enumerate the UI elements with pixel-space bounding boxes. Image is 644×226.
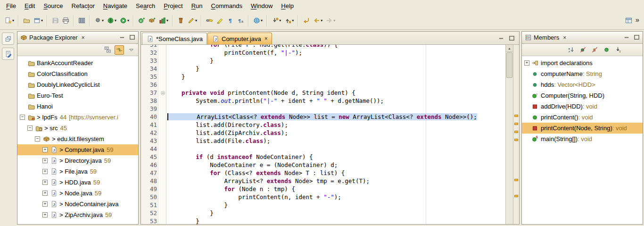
- code-line-50[interactable]: printContent(n, ident + "-");: [167, 193, 505, 201]
- new-window-button[interactable]: ▾: [32, 16, 44, 26]
- run-button[interactable]: ▾: [118, 16, 130, 26]
- toolbar-overflow-chevron[interactable]: »: [634, 16, 642, 25]
- expand-icon[interactable]: +: [42, 180, 48, 185]
- forward-button[interactable]: ▾: [324, 16, 336, 26]
- menu-run[interactable]: Run: [187, 1, 207, 11]
- member-printContent-Node-String-[interactable]: printContent(Node, String) : void: [522, 123, 643, 134]
- print-button[interactable]: [61, 16, 70, 26]
- collapse-fold-icon[interactable]: [159, 90, 165, 96]
- filter-menu-button[interactable]: s: [613, 45, 623, 55]
- tree-item-Hanoi[interactable]: Hanoi: [17, 101, 138, 112]
- annotation-marker[interactable]: [514, 131, 518, 133]
- restore-view-button[interactable]: [2, 33, 14, 45]
- code-line-41[interactable]: list.add(Directory.class);: [167, 121, 505, 129]
- tree-item-src[interactable]: −> src45: [17, 123, 138, 134]
- tree-item-edu-kit-filesystem[interactable]: −> edu.kit.filesystem: [17, 134, 138, 144]
- link-with-editor-toggle[interactable]: [115, 45, 124, 55]
- tree-item-HDD-java[interactable]: +J> HDD.java59: [17, 177, 138, 188]
- dropdown-chevron-icon[interactable]: ▾: [333, 18, 335, 23]
- menu-project[interactable]: Project: [159, 1, 187, 11]
- code-line-46[interactable]: NodeContainer e = (NodeContainer) d;: [167, 161, 505, 169]
- code-line-53[interactable]: }: [167, 217, 505, 224]
- code-line-32[interactable]: printContent(f, "|-");: [167, 49, 505, 57]
- menu-commands[interactable]: Commands: [207, 1, 247, 11]
- expand-icon[interactable]: +: [524, 60, 529, 66]
- browser-button[interactable]: ▾: [252, 16, 264, 26]
- code-line-44[interactable]: [167, 145, 505, 153]
- dropdown-chevron-icon[interactable]: ▾: [127, 18, 129, 23]
- dropdown-chevron-icon[interactable]: ▾: [279, 18, 281, 23]
- line-number-ruler[interactable]: 3132333435363738394041424344454647484950…: [141, 45, 159, 224]
- member-hdds[interactable]: hdds : Vector<HDD>: [522, 79, 643, 90]
- java-browsing-perspective-button[interactable]: [624, 16, 634, 26]
- code-line-40[interactable]: ArrayList<Class<? extends Node>> list = …: [167, 113, 505, 121]
- tree-item-ZipArchiv-java[interactable]: +J> ZipArchiv.java59: [17, 209, 138, 220]
- dropdown-chevron-icon[interactable]: ▾: [41, 18, 43, 23]
- code-line-51[interactable]: }: [167, 201, 505, 209]
- dropdown-chevron-icon[interactable]: ▾: [102, 18, 104, 23]
- annotation-marker[interactable]: [514, 179, 518, 181]
- editor-tab-SomeClassjava[interactable]: J*SomeClass.java: [142, 33, 207, 44]
- next-annotation-button[interactable]: ▾: [270, 16, 282, 26]
- dropdown-chevron-icon[interactable]: ▾: [261, 18, 263, 23]
- menu-search[interactable]: Search: [132, 1, 159, 11]
- tree-item-ColorClassification[interactable]: ColorClassification: [17, 68, 138, 79]
- tree-item-DoublyLinkedCyclicList[interactable]: DoublyLinkedCyclicList: [17, 79, 138, 90]
- annotation-marker[interactable]: [514, 195, 518, 197]
- show-annotations-button[interactable]: ¶a: [236, 16, 245, 26]
- tree-item-Euro-Test[interactable]: Euro-Test: [17, 90, 138, 101]
- member-import-declarations[interactable]: +import declarations: [522, 58, 643, 68]
- menu-edit[interactable]: Edit: [20, 1, 39, 11]
- code-viewport[interactable]: for (File f : hdd.get(File.class)) { pri…: [166, 45, 505, 224]
- sort-button[interactable]: az: [566, 45, 576, 55]
- menu-source[interactable]: Source: [39, 1, 67, 11]
- code-line-43[interactable]: list.add(File.class);: [167, 137, 505, 145]
- dropdown-chevron-icon[interactable]: ▾: [292, 18, 294, 23]
- tree-item-Computer-java[interactable]: +J> Computer.java59: [17, 144, 138, 155]
- hide-nonpublic-button[interactable]: [602, 45, 611, 55]
- expand-icon[interactable]: +: [42, 169, 48, 174]
- hide-fields-button[interactable]: [578, 45, 587, 55]
- expand-icon[interactable]: +: [42, 191, 48, 196]
- menu-file[interactable]: File: [2, 1, 20, 11]
- menu-help[interactable]: Help: [277, 1, 298, 11]
- code-line-52[interactable]: }: [167, 209, 505, 217]
- maximize-icon[interactable]: [508, 34, 515, 42]
- code-line-45[interactable]: if (d instanceof NodeContainer) {: [167, 153, 505, 161]
- code-line-36[interactable]: [167, 81, 505, 89]
- annotation-marker[interactable]: [514, 115, 518, 117]
- maximize-icon[interactable]: [633, 34, 640, 42]
- scrollbar-thumb[interactable]: [506, 52, 512, 78]
- search-button[interactable]: [205, 16, 214, 26]
- minimize-icon[interactable]: [623, 34, 630, 42]
- maximize-icon[interactable]: [128, 34, 136, 42]
- code-line-33[interactable]: }: [167, 57, 505, 65]
- menu-refactor[interactable]: Refactor: [67, 1, 99, 11]
- expand-icon[interactable]: +: [42, 212, 48, 218]
- code-line-38[interactable]: System.out.println("|-" + ident + " " + …: [167, 97, 505, 105]
- mark-occurrences-button[interactable]: [215, 16, 224, 26]
- last-edit-location-button[interactable]: [301, 16, 311, 26]
- code-line-48[interactable]: ArrayList<? extends Node> tmp = e.get(T)…: [167, 177, 505, 185]
- dropdown-chevron-icon[interactable]: ▾: [321, 18, 322, 23]
- collapse-icon[interactable]: −: [20, 115, 25, 120]
- dropdown-chevron-icon[interactable]: ▾: [166, 18, 168, 23]
- coverage-button[interactable]: ▾: [157, 16, 169, 26]
- open-type-button[interactable]: [77, 16, 86, 26]
- collapse-all-button[interactable]: [103, 45, 112, 55]
- edit-scrollbar[interactable]: ▲: [505, 45, 513, 224]
- close-icon[interactable]: ×: [81, 34, 86, 41]
- new-wizard-button[interactable]: ▾: [3, 16, 15, 26]
- show-whitespace-button[interactable]: ¶: [225, 16, 235, 26]
- annotation-marker[interactable]: [514, 139, 518, 141]
- code-line-37[interactable]: private void printContent(Node d, String…: [167, 89, 505, 97]
- tree-item-BankAccountReader[interactable]: BankAccountReader: [17, 58, 138, 68]
- minimize-icon[interactable]: [118, 34, 126, 42]
- expand-icon[interactable]: +: [42, 147, 48, 152]
- back-button[interactable]: ▾: [312, 16, 323, 26]
- code-line-39[interactable]: [167, 105, 505, 113]
- tree-item-IpdFs[interactable]: −> IpdFs44[https://svnserver.i: [17, 112, 138, 123]
- collapse-icon[interactable]: −: [35, 136, 40, 142]
- overview-ruler[interactable]: [513, 45, 519, 224]
- tree-item-File-java[interactable]: +J> File.java59: [17, 166, 138, 177]
